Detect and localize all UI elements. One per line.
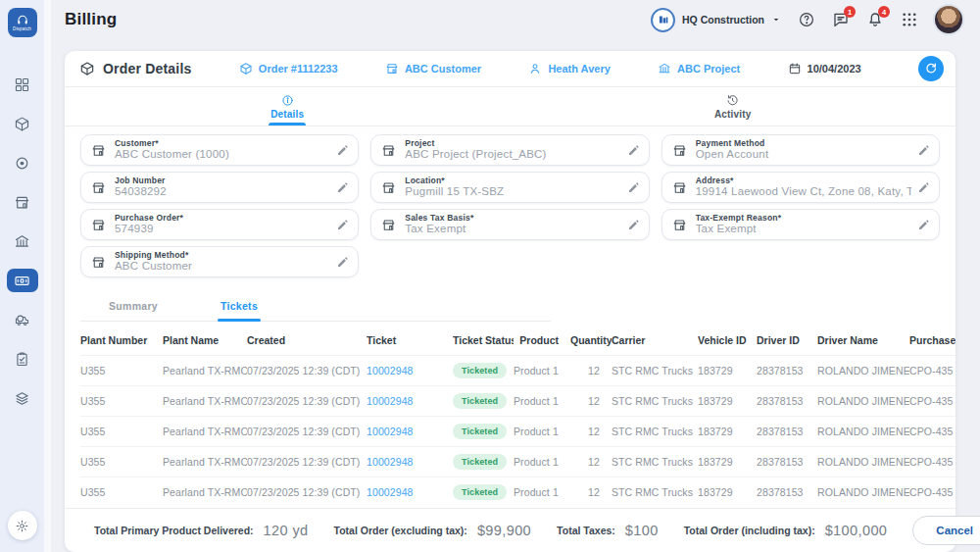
edit-pencil-icon[interactable] [336,181,349,194]
sidebar-item-tracking[interactable] [7,151,38,175]
column-header[interactable]: Ticket [367,326,453,356]
edit-pencil-icon[interactable] [627,144,640,157]
field-value: 54038292 [115,185,330,199]
column-header[interactable]: Vehicle ID [698,326,757,356]
apps-grid-icon [901,11,918,28]
ticket-link[interactable]: 10002948 [367,386,453,417]
total-label: Total Order (excluding tax): [334,525,467,536]
tab-activity[interactable]: Activity [511,87,956,125]
total-label: Total Taxes: [557,525,615,536]
cell-carrier: STC RMC Trucks [612,356,698,386]
ticket-link[interactable]: 10002948 [367,356,453,386]
edit-pencil-icon[interactable] [627,219,640,231]
refresh-button[interactable] [918,56,944,81]
edit-pencil-icon[interactable] [336,219,349,231]
column-header[interactable]: Product [514,326,570,356]
cell-product: Product 1 [514,386,570,417]
truck-icon [14,312,30,328]
project-link[interactable]: ABC Project [658,62,740,75]
field-job-number[interactable]: Job Number 54038292 [80,172,359,203]
sidebar-nav [7,73,38,410]
notifications-button[interactable]: 4 [866,11,884,28]
field-value: Pugmill 15 TX-SBZ [405,185,620,199]
package-icon [79,61,95,76]
field-shipping-method[interactable]: Shipping Method* ABC Customer [80,246,359,277]
cell-driver-id: 28378153 [757,477,817,508]
ticket-subtabs: Summary Tickets [80,293,551,322]
apps-button[interactable] [901,11,918,28]
cell-product: Product 1 [514,477,570,508]
ticket-link[interactable]: 10002948 [367,447,453,477]
column-header[interactable]: Driver Name [817,326,909,356]
field-sales-tax-basis[interactable]: Sales Tax Basis* Tax Exempt [370,209,649,240]
messages-button[interactable]: 1 [832,11,850,28]
subtab-summary[interactable]: Summary [80,293,186,321]
column-header[interactable]: Purchase Order [909,326,956,356]
order-fields: Customer* ABC Customer (1000) Project AB… [65,126,956,287]
field-address[interactable]: Address* 19914 Laewood View Ct, Zone 08,… [662,172,940,203]
sidebar-item-reports[interactable] [7,347,38,371]
table-row[interactable]: U355 Pearland TX-RMC 07/23/2025 12:39 (C… [80,447,956,477]
package-icon [14,116,30,132]
column-header[interactable]: Created [247,326,367,356]
company-selector[interactable]: HQ Construction [651,8,781,32]
ticket-link[interactable]: 10002948 [367,417,453,447]
sidebar-item-dashboard[interactable] [7,73,38,96]
sidebar-item-customers[interactable] [7,190,38,214]
field-value: ABC Customer (1000) [115,148,330,162]
cell-quantity: 12 [570,447,612,477]
edit-pencil-icon[interactable] [336,256,349,269]
edit-pencil-icon[interactable] [917,219,930,231]
cell-plant-number: U355 [80,477,163,508]
sidebar-item-orders[interactable] [7,112,38,135]
cell-plant-number: U355 [80,417,163,447]
table-row[interactable]: U355 Pearland TX-RMC 07/23/2025 12:39 (C… [80,477,956,508]
cell-status: Ticketed [453,477,514,508]
field-project[interactable]: Project ABC Project (Project_ABC) [370,134,649,166]
cancel-button[interactable]: Cancel [912,516,980,545]
customer-link[interactable]: ABC Customer [385,62,481,75]
edit-pencil-icon[interactable] [917,181,930,194]
sidebar-item-inventory[interactable] [7,386,38,410]
notifications-badge: 4 [878,6,890,18]
field-tax-exempt-reason[interactable]: Tax-Exempt Reason* Tax Exempt [662,209,940,240]
stack-icon [14,390,30,407]
help-button[interactable] [798,11,815,28]
cell-vehicle-id: 183729 [698,417,757,447]
column-header[interactable]: Driver ID [757,326,817,356]
column-header[interactable]: Quantity [570,326,612,356]
table-row[interactable]: U355 Pearland TX-RMC 07/23/2025 12:39 (C… [80,417,956,447]
storefront-icon [14,194,30,211]
sidebar-item-billing[interactable] [7,269,38,292]
field-value: Tax Exempt [405,223,620,236]
cell-status: Ticketed [453,356,514,386]
field-label: Shipping Method* [115,250,330,261]
tab-details[interactable]: Details [65,87,511,125]
column-header[interactable]: Carrier [612,326,698,356]
field-location[interactable]: Location* Pugmill 15 TX-SBZ [370,172,649,203]
table-row[interactable]: U355 Pearland TX-RMC 07/23/2025 12:39 (C… [80,356,956,386]
table-row[interactable]: U355 Pearland TX-RMC 07/23/2025 12:39 (C… [80,386,956,417]
edit-pencil-icon[interactable] [336,144,349,157]
column-header[interactable]: Plant Name [163,326,247,356]
user-avatar[interactable] [935,6,962,33]
field-label: Purchase Order* [115,213,330,224]
field-payment-method[interactable]: Payment Method Open Account [662,134,940,166]
edit-pencil-icon[interactable] [627,181,640,194]
field-purchase-order[interactable]: Purchase Order* 574939 [80,209,359,240]
ticket-link[interactable]: 10002948 [367,477,453,508]
tickets-table: Plant NumberPlant NameCreatedTicketTicke… [80,326,956,507]
settings-button[interactable] [8,511,37,540]
cell-purchase-order: CPO-435 [909,417,956,447]
field-customer[interactable]: Customer* ABC Customer (1000) [80,134,359,166]
user-link[interactable]: Heath Avery [528,62,610,75]
page-title: Billing [65,10,117,29]
sidebar-item-trucks[interactable] [7,308,38,331]
column-header[interactable]: Plant Number [80,326,163,356]
edit-pencil-icon[interactable] [917,144,930,157]
column-header[interactable]: Ticket Status [453,326,514,356]
app-logo[interactable]: Dispatch [8,8,37,37]
sidebar-item-projects[interactable] [7,229,38,253]
subtab-tickets[interactable]: Tickets [186,293,292,321]
order-number-link[interactable]: Order #1112233 [239,62,338,75]
